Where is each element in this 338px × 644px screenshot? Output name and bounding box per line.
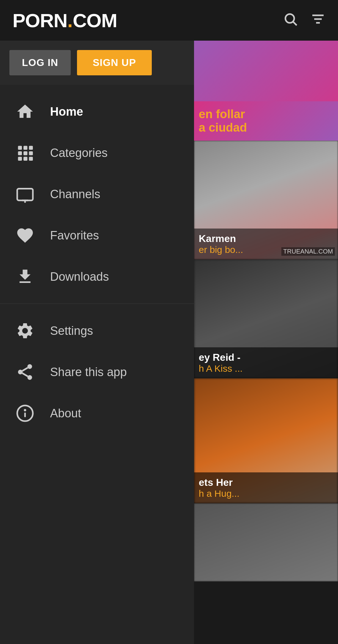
nav-section-main: Home (0, 85, 194, 304)
sidebar-item-downloads[interactable]: Downloads (0, 256, 194, 297)
video-subtitle-4: h a Hug... (199, 488, 333, 499)
video-content: en follar a ciudad Karmen er big bo... T… (194, 41, 338, 644)
svg-rect-11 (18, 157, 22, 161)
video-watermark-2: TRUEANAL.COM (281, 247, 335, 256)
sidebar-item-share-label: Share this app (50, 365, 127, 379)
search-icon[interactable] (283, 12, 298, 29)
channels-icon (16, 185, 34, 204)
svg-rect-8 (18, 151, 22, 155)
svg-rect-13 (29, 157, 33, 161)
video-subtitle-3: h A Kiss ... (199, 363, 333, 374)
svg-rect-12 (23, 157, 28, 161)
svg-point-0 (285, 14, 294, 23)
svg-point-18 (18, 370, 23, 375)
sidebar: LOG IN SIGN UP Home (0, 41, 194, 644)
about-icon (16, 404, 34, 423)
video-title-1: en follar (199, 108, 333, 121)
svg-line-21 (22, 368, 28, 371)
sidebar-item-about-label: About (50, 407, 81, 420)
video-card-2[interactable]: Karmen er big bo... TRUEANAL.COM (194, 141, 338, 259)
sidebar-item-share[interactable]: Share this app (0, 351, 194, 393)
downloads-icon (16, 267, 34, 286)
login-button[interactable]: LOG IN (9, 50, 71, 75)
video-title-2: Karmen (199, 233, 333, 244)
sidebar-item-favorites[interactable]: Favorites (0, 215, 194, 256)
main-layout: LOG IN SIGN UP Home (0, 41, 338, 644)
settings-icon (16, 321, 34, 340)
header-right (194, 12, 338, 29)
svg-rect-14 (17, 189, 33, 201)
svg-point-17 (28, 364, 32, 369)
svg-line-1 (293, 22, 297, 25)
sidebar-item-categories[interactable]: Categories (0, 132, 194, 174)
filter-icon[interactable] (310, 12, 325, 29)
video-title-4: ets Her (199, 477, 333, 488)
sidebar-item-home-label: Home (50, 105, 83, 118)
video-subtitle-1: a ciudad (199, 121, 333, 134)
auth-row: LOG IN SIGN UP (0, 41, 194, 85)
svg-line-20 (22, 373, 28, 376)
share-icon (16, 363, 34, 381)
video-title-3: ey Reid - (199, 352, 333, 363)
logo-text-2: COM (73, 9, 117, 32)
header-left: PORN.COM (0, 9, 194, 32)
svg-rect-9 (23, 151, 28, 155)
sidebar-item-downloads-label: Downloads (50, 270, 109, 284)
svg-rect-6 (23, 146, 28, 150)
sidebar-item-settings[interactable]: Settings (0, 310, 194, 351)
sidebar-item-channels[interactable]: Channels (0, 174, 194, 215)
sidebar-item-home[interactable]: Home (0, 91, 194, 132)
sidebar-item-categories-label: Categories (50, 146, 108, 160)
svg-rect-5 (18, 146, 22, 150)
svg-rect-7 (29, 146, 33, 150)
svg-point-19 (28, 375, 32, 380)
sidebar-item-favorites-label: Favorites (50, 229, 99, 242)
svg-rect-10 (29, 151, 33, 155)
sidebar-item-channels-label: Channels (50, 188, 100, 201)
logo[interactable]: PORN.COM (13, 9, 117, 32)
home-icon (16, 102, 34, 121)
signup-button[interactable]: SIGN UP (77, 50, 152, 75)
sidebar-item-about[interactable]: About (0, 393, 194, 434)
video-card-4[interactable]: ets Her h a Hug... (194, 378, 338, 503)
nav-section-bottom: Settings Share this app (0, 304, 194, 440)
favorites-icon (16, 226, 34, 245)
video-card-3[interactable]: ey Reid - h A Kiss ... (194, 259, 338, 378)
categories-icon (16, 143, 34, 162)
sidebar-item-settings-label: Settings (50, 324, 93, 338)
video-card-1[interactable]: en follar a ciudad (194, 41, 338, 141)
logo-text: PORN (13, 9, 67, 32)
video-card-5[interactable] (194, 503, 338, 581)
header: PORN.COM (0, 0, 338, 41)
